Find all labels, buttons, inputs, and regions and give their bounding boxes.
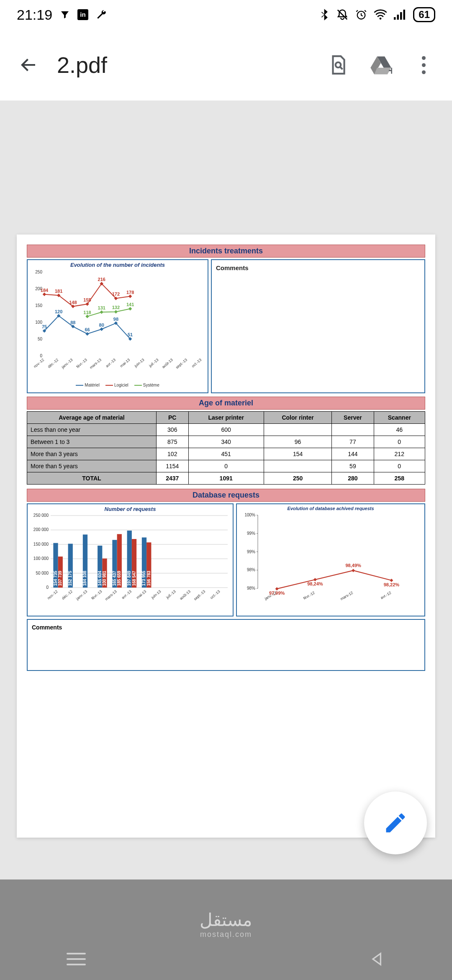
svg-text:50 000: 50 000	[36, 571, 49, 575]
line-chart-legend: Matériel Logiciel Système	[28, 383, 208, 387]
section-heading-incidents: Incidents treatments	[27, 245, 425, 258]
svg-text:150: 150	[35, 303, 42, 308]
svg-text:sept.-13: sept.-13	[175, 358, 188, 370]
bottom-bar: مستقل mostaql.com	[0, 879, 452, 980]
bluetooth-icon	[320, 8, 329, 21]
battery-indicator: 61	[413, 7, 435, 22]
svg-text:0: 0	[46, 585, 49, 590]
svg-text:145 604: 145 604	[98, 570, 102, 586]
line-chart-title: Evolution of the number of incidents	[28, 260, 208, 268]
recents-button[interactable]	[67, 953, 86, 965]
svg-text:107 739: 107 739	[58, 570, 62, 586]
dnd-icon	[336, 8, 349, 21]
svg-text:173 955: 173 955	[141, 570, 146, 586]
svg-text:88: 88	[70, 320, 75, 325]
drive-add-button[interactable]: +	[369, 53, 393, 77]
svg-text:250: 250	[35, 270, 42, 274]
evo-chart-svg: 98%98%99%99%100%janv.-12févr.-12mars-12a…	[237, 511, 417, 607]
back-button[interactable]	[17, 53, 40, 77]
pdf-viewer[interactable]: Incidents treatments Evolution of the nu…	[0, 101, 452, 871]
svg-text:50: 50	[38, 337, 43, 341]
svg-text:juil.-13: juil.-13	[148, 358, 159, 368]
database-comments-box: Comments	[27, 619, 425, 671]
line-chart-svg: 050100150200250nov.-12déc.-12janv.-13fév…	[28, 268, 206, 381]
svg-text:98,22%: 98,22%	[384, 582, 400, 587]
section-heading-age: Age of materiel	[27, 397, 425, 410]
app-bar: 2.pdf +	[0, 29, 452, 101]
document-title: 2.pdf	[57, 52, 310, 78]
svg-text:sept.-13: sept.-13	[193, 589, 206, 601]
svg-text:mai-13: mai-13	[136, 589, 147, 600]
svg-text:100: 100	[35, 320, 42, 325]
age-material-table: Average age of materialPCLaser printerCo…	[27, 411, 425, 485]
svg-text:98: 98	[113, 317, 118, 322]
svg-text:156 783: 156 783	[146, 570, 151, 586]
more-options-button[interactable]	[412, 53, 435, 77]
svg-text:184: 184	[41, 288, 49, 293]
svg-text:100 000: 100 000	[33, 556, 49, 561]
svg-text:141: 141	[126, 302, 134, 307]
find-in-page-button[interactable]	[326, 53, 350, 77]
svg-text:avr.-13: avr.-13	[121, 589, 133, 600]
svg-text:nov.-12: nov.-12	[33, 358, 45, 369]
svg-text:181: 181	[55, 289, 62, 294]
svg-text:févr.-13: févr.-13	[90, 589, 103, 601]
svg-text:99%: 99%	[247, 549, 255, 554]
svg-text:janv.-13: janv.-13	[75, 589, 88, 601]
signal-icon	[394, 9, 406, 20]
svg-text:oct.-13: oct.-13	[209, 589, 221, 600]
incidents-line-chart: Evolution of the number of incidents 050…	[27, 259, 208, 393]
svg-rect-5	[397, 15, 399, 20]
status-right: 61	[320, 7, 435, 22]
edit-fab[interactable]	[364, 792, 427, 854]
svg-text:mars-12: mars-12	[340, 591, 354, 601]
incidents-comments-box: Comments	[211, 259, 425, 393]
pencil-icon	[383, 810, 408, 836]
svg-text:juin-13: juin-13	[134, 358, 145, 369]
svg-text:oct.-13: oct.-13	[191, 358, 203, 368]
svg-text:250 000: 250 000	[33, 513, 49, 518]
svg-text:déc.-12: déc.-12	[47, 358, 59, 369]
svg-text:mai-13: mai-13	[119, 358, 131, 368]
svg-text:août-13: août-13	[161, 358, 174, 369]
svg-text:févr.-12: févr.-12	[303, 591, 316, 601]
svg-text:185 659: 185 659	[117, 570, 121, 586]
status-time: 21:19	[17, 7, 52, 23]
svg-text:juin-13: juin-13	[150, 589, 162, 600]
svg-rect-6	[400, 12, 402, 20]
svg-text:févr.-13: févr.-13	[75, 358, 87, 369]
svg-text:juil.-13: juil.-13	[165, 589, 177, 600]
wifi-icon	[374, 9, 387, 20]
bar-chart-title: Number of requests	[28, 504, 233, 512]
system-nav	[0, 942, 452, 980]
svg-text:in: in	[80, 11, 85, 18]
svg-text:132: 132	[112, 305, 120, 310]
svg-text:98,49%: 98,49%	[345, 563, 361, 568]
svg-text:165 437: 165 437	[112, 570, 117, 586]
status-bar: 21:19 in 61	[0, 0, 452, 29]
svg-text:99%: 99%	[247, 531, 255, 536]
svg-text:152 175: 152 175	[68, 570, 72, 586]
svg-text:+: +	[388, 64, 392, 76]
watermark: مستقل mostaql.com	[200, 910, 252, 939]
filter-icon	[60, 10, 70, 20]
svg-text:avr.-13: avr.-13	[105, 358, 117, 368]
section-heading-database: Database requests	[27, 489, 425, 502]
comments-label-lower: Comments	[32, 624, 62, 631]
back-nav-button[interactable]	[369, 951, 385, 967]
svg-text:184 108: 184 108	[82, 570, 87, 586]
svg-text:216: 216	[98, 277, 105, 282]
svg-text:98,24%: 98,24%	[307, 581, 323, 586]
svg-text:mars-13: mars-13	[89, 358, 102, 370]
svg-text:66: 66	[85, 327, 90, 332]
svg-text:80: 80	[99, 322, 104, 328]
alarm-icon	[355, 9, 367, 21]
requests-bar-chart: Number of requests 050 000100 000150 000…	[27, 503, 234, 616]
more-vert-icon	[422, 56, 426, 74]
svg-text:168 547: 168 547	[132, 570, 136, 586]
pdf-page: Incidents treatments Evolution of the nu…	[17, 235, 435, 838]
evo-chart-title: Evolution of database achived requests	[237, 504, 424, 511]
svg-text:118: 118	[83, 310, 91, 315]
svg-text:avr.-12: avr.-12	[380, 591, 392, 600]
svg-text:janv.-13: janv.-13	[60, 358, 73, 369]
